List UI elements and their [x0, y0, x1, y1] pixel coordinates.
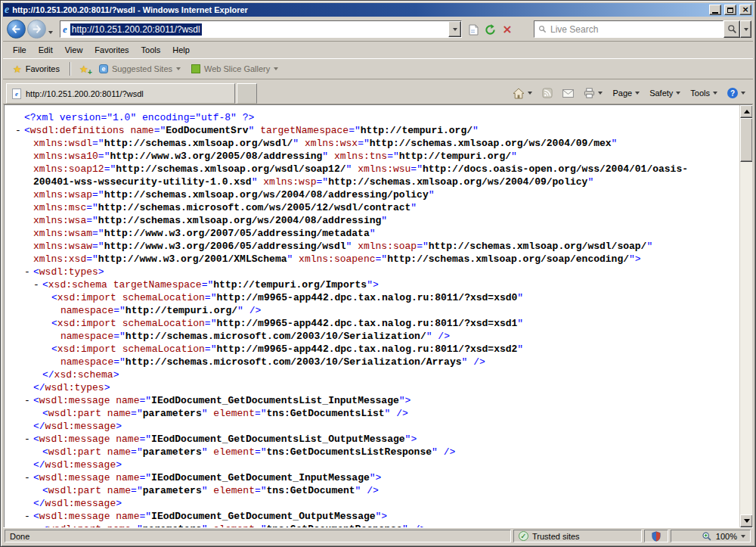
collapse-toggle[interactable]: - — [24, 510, 30, 523]
read-mail-button[interactable] — [559, 87, 578, 100]
search-input[interactable]: Live Search — [534, 20, 723, 38]
search-icon — [727, 24, 737, 34]
collapse-toggle[interactable]: - — [24, 471, 30, 484]
collapse-toggle[interactable]: - — [24, 266, 30, 278]
address-dropdown-button[interactable] — [448, 21, 461, 37]
chevron-down-icon — [48, 31, 53, 34]
mail-icon — [562, 89, 574, 98]
page-favicon-icon: e — [63, 24, 67, 34]
tools-menu-label: Tools — [690, 89, 710, 98]
xml-line: <xsd:import schemaLocation="http://m9965… — [5, 343, 739, 356]
collapse-toggle[interactable]: - — [24, 394, 30, 407]
compatibility-view-button[interactable] — [465, 21, 482, 38]
forward-button[interactable] — [27, 20, 46, 39]
tools-menu-button[interactable]: Tools — [686, 86, 721, 100]
status-text: Done — [10, 532, 29, 541]
web-slice-gallery-button[interactable]: Web Slice Gallery — [187, 62, 283, 76]
address-bar[interactable]: e http://10.251.200.20:8011/?wsdl — [60, 20, 462, 38]
xml-document: <?xml version="1.0" encoding="utf-8" ?>-… — [5, 105, 739, 527]
stop-button[interactable]: × — [499, 21, 516, 38]
window-title: http://10.251.200.20:8011/?wsdl - Window… — [12, 5, 706, 14]
close-button[interactable]: × — [739, 5, 751, 15]
home-button[interactable] — [509, 85, 536, 101]
shield-icon — [652, 531, 661, 542]
suggested-sites-button[interactable]: e Suggested Sites — [94, 62, 185, 76]
collapse-toggle[interactable]: - — [15, 124, 21, 137]
command-bar: Page Safety Tools ? — [509, 83, 749, 103]
xml-line: <?xml version="1.0" encoding="utf-8" ?> — [5, 111, 739, 124]
chevron-down-icon — [713, 92, 717, 95]
xml-line: namespace="http://schemas.microsoft.com/… — [5, 330, 739, 343]
minimize-icon — [712, 12, 718, 14]
scrollbar-thumb[interactable] — [740, 118, 752, 162]
feeds-button[interactable] — [538, 85, 556, 101]
ie-logo-icon: e — [5, 5, 9, 15]
maximize-button[interactable] — [724, 5, 736, 15]
xml-line: </wsdl:message> — [5, 458, 739, 471]
chevron-down-icon — [598, 92, 603, 95]
search-provider-icon — [538, 25, 547, 33]
page-menu-button[interactable]: Page — [609, 86, 643, 100]
protection-pane[interactable] — [644, 530, 668, 542]
add-to-favorites-bar-button[interactable]: ★ + — [75, 61, 93, 76]
security-zone-pane[interactable]: ✓ Trusted sites — [513, 530, 642, 542]
address-url-selected[interactable]: http://10.251.200.20:8011/?wsdl — [70, 23, 202, 36]
xml-line: -<xsd:schema targetNamespace="http://tem… — [5, 278, 739, 291]
xml-line: </wsdl:message> — [5, 497, 739, 510]
xml-line: xmlns:wsdl="http://schemas.xmlsoap.org/w… — [5, 137, 739, 150]
chevron-down-icon — [635, 92, 640, 95]
back-button[interactable] — [7, 20, 26, 39]
xml-line: -<wsdl:message name="IEodDocument_GetDoc… — [5, 433, 739, 446]
menu-bar: File Edit View Favorites Tools Help — [3, 42, 753, 59]
help-button[interactable]: ? — [723, 85, 749, 101]
close-icon: × — [742, 6, 748, 14]
plus-icon: + — [88, 69, 92, 76]
xml-line: xmlns:xsd="http://www.w3.org/2001/XMLSch… — [5, 253, 739, 266]
print-button[interactable] — [580, 85, 606, 101]
menu-edit[interactable]: Edit — [33, 43, 59, 57]
star-icon: ★ — [13, 64, 22, 74]
xml-line: xmlns:wsa10="http://www.w3.org/2005/08/a… — [5, 150, 739, 163]
xml-line: -<wsdl:types> — [5, 266, 739, 278]
titlebar[interactable]: e http://10.251.200.20:8011/?wsdl - Wind… — [3, 3, 753, 17]
xml-line: xmlns:wsaw="http://www.w3.org/2006/05/ad… — [5, 240, 739, 253]
menu-tools[interactable]: Tools — [135, 43, 167, 57]
new-tab-button[interactable] — [237, 83, 257, 104]
search-dropdown-button[interactable] — [740, 20, 751, 38]
xml-line: namespace="http://schemas.microsoft.com/… — [5, 356, 739, 368]
xml-line: xmlns:msc="http://schemas.microsoft.com/… — [5, 201, 739, 214]
collapse-toggle[interactable]: - — [24, 433, 30, 446]
refresh-icon — [485, 24, 496, 36]
favorites-button[interactable]: ★ Favorites — [8, 62, 65, 76]
tab-active[interactable]: e http://10.251.200.20:8011/?wsdl — [6, 83, 235, 104]
chevron-down-icon — [176, 67, 181, 70]
web-slice-gallery-icon — [191, 64, 200, 73]
suggested-sites-icon: e — [99, 64, 108, 73]
search-button[interactable] — [723, 20, 740, 38]
web-slice-gallery-label: Web Slice Gallery — [204, 64, 270, 73]
zone-label: Trusted sites — [532, 532, 580, 541]
collapse-toggle[interactable]: - — [33, 278, 39, 291]
recent-pages-dropdown[interactable] — [48, 26, 53, 36]
forward-arrow-icon — [32, 24, 42, 34]
scroll-up-button[interactable] — [740, 105, 752, 118]
xml-line: xmlns:wsa="http://schemas.xmlsoap.org/ws… — [5, 214, 739, 227]
maximize-icon — [727, 8, 733, 13]
xml-line: -<wsdl:definitions name="EodDocumentSrv"… — [5, 124, 739, 137]
zoom-control[interactable]: 100% — [671, 530, 751, 542]
xml-line: xmlns:wsap="http://schemas.xmlsoap.org/w… — [5, 188, 739, 201]
safety-menu-button[interactable]: Safety — [646, 86, 684, 100]
vertical-scrollbar[interactable] — [739, 105, 752, 527]
menu-help[interactable]: Help — [166, 43, 196, 57]
broken-page-icon — [469, 24, 479, 36]
refresh-button[interactable] — [482, 21, 498, 38]
xml-line: -<wsdl:message name="IEodDocument_GetDoc… — [5, 471, 739, 484]
menu-favorites[interactable]: Favorites — [88, 43, 135, 57]
search-box[interactable]: Live Search — [534, 20, 751, 38]
search-placeholder: Live Search — [550, 24, 598, 35]
scroll-down-button[interactable] — [740, 514, 752, 527]
menu-file[interactable]: File — [7, 43, 33, 57]
minimize-button[interactable] — [709, 5, 721, 15]
menu-view[interactable]: View — [59, 43, 89, 57]
xml-line: xmlns:soap12="http://schemas.xmlsoap.org… — [5, 163, 739, 176]
